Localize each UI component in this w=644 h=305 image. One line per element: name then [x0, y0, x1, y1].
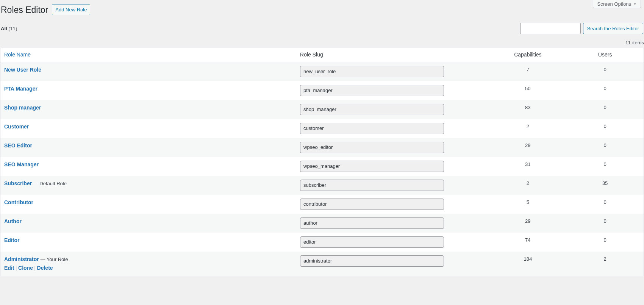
table-row: Subscriber — Default Role235	[0, 176, 644, 195]
search-button[interactable]: Search the Roles Editor	[583, 23, 643, 34]
role-users-cell: 0	[566, 100, 644, 119]
page-title: Roles Editor	[1, 5, 48, 15]
role-users-cell: 0	[566, 233, 644, 252]
role-name-link[interactable]: SEO Editor	[4, 142, 32, 149]
role-caps-cell: 184	[489, 252, 566, 276]
role-slug-cell	[296, 119, 489, 138]
role-name-cell: Customer	[0, 119, 296, 138]
col-role-slug: Role Slug	[296, 48, 489, 62]
role-slug-cell	[296, 100, 489, 119]
role-name-link[interactable]: PTA Manager	[4, 86, 38, 92]
table-row: New User Role70	[0, 62, 644, 81]
role-slug-cell	[296, 81, 489, 100]
role-users-cell: 0	[566, 195, 644, 214]
table-row: Shop manager830	[0, 100, 644, 119]
clone-link[interactable]: Clone	[18, 265, 33, 271]
role-name-link[interactable]: Subscriber	[4, 180, 32, 186]
role-slug-input[interactable]	[300, 142, 444, 153]
role-users-cell: 0	[566, 214, 644, 233]
role-slug-input[interactable]	[300, 217, 444, 229]
role-slug-cell	[296, 233, 489, 252]
role-caps-cell: 29	[489, 138, 566, 157]
role-users-cell: 0	[566, 138, 644, 157]
role-caps-cell: 2	[489, 119, 566, 138]
col-role-name[interactable]: Role Name	[0, 48, 296, 62]
role-users-cell: 2	[566, 252, 644, 276]
role-name-cell: SEO Editor	[0, 138, 296, 157]
role-name-link[interactable]: Contributor	[4, 199, 33, 205]
row-actions: Edit | Clone | Delete	[4, 263, 292, 272]
role-slug-input[interactable]	[300, 66, 444, 77]
table-row: Author290	[0, 214, 644, 233]
roles-table: Role Name Role Slug Capabilities Users N…	[0, 48, 644, 276]
role-slug-input[interactable]	[300, 104, 444, 115]
role-name-suffix: — Default Role	[32, 181, 67, 186]
role-slug-input[interactable]	[300, 255, 444, 267]
table-row: PTA Manager500	[0, 81, 644, 100]
role-caps-cell: 29	[489, 214, 566, 233]
role-name-link[interactable]: Author	[4, 218, 22, 224]
screen-options-label: Screen Options	[597, 1, 631, 7]
role-caps-cell: 5	[489, 195, 566, 214]
table-row: Editor740	[0, 233, 644, 252]
screen-options-toggle[interactable]: Screen Options ▼	[593, 0, 641, 8]
role-caps-cell: 7	[489, 62, 566, 81]
table-row: Customer20	[0, 119, 644, 138]
col-users: Users	[566, 48, 644, 62]
role-name-cell: Contributor	[0, 195, 296, 214]
role-name-link[interactable]: Editor	[4, 237, 19, 243]
role-caps-cell: 31	[489, 157, 566, 176]
role-slug-input[interactable]	[300, 161, 444, 172]
filter-all-count: (11)	[8, 26, 17, 31]
role-name-link[interactable]: Administrator	[4, 256, 39, 262]
role-slug-cell	[296, 176, 489, 195]
table-row: Contributor50	[0, 195, 644, 214]
role-name-cell: Administrator — Your RoleEdit | Clone | …	[0, 252, 296, 276]
role-name-link[interactable]: Shop manager	[4, 105, 41, 111]
role-name-suffix: — Your Role	[39, 257, 68, 262]
search-box: Search the Roles Editor	[520, 23, 643, 34]
table-row: SEO Manager310	[0, 157, 644, 176]
role-slug-input[interactable]	[300, 85, 444, 96]
role-name-link[interactable]: SEO Manager	[4, 161, 39, 167]
role-slug-cell	[296, 157, 489, 176]
role-name-cell: Shop manager	[0, 100, 296, 119]
table-row: Administrator — Your RoleEdit | Clone | …	[0, 252, 644, 276]
role-name-cell: Editor	[0, 233, 296, 252]
role-slug-cell	[296, 62, 489, 81]
role-slug-cell	[296, 214, 489, 233]
role-caps-cell: 83	[489, 100, 566, 119]
role-caps-cell: 74	[489, 233, 566, 252]
role-name-cell: Author	[0, 214, 296, 233]
role-name-link[interactable]: Customer	[4, 124, 29, 130]
col-capabilities: Capabilities	[489, 48, 566, 62]
filter-links: All (11)	[1, 26, 17, 31]
role-slug-input[interactable]	[300, 199, 444, 210]
role-name-link[interactable]: New User Role	[4, 67, 41, 73]
role-name-cell: PTA Manager	[0, 81, 296, 100]
role-users-cell: 0	[566, 119, 644, 138]
role-users-cell: 35	[566, 176, 644, 195]
role-name-cell: Subscriber — Default Role	[0, 176, 296, 195]
role-caps-cell: 50	[489, 81, 566, 100]
role-slug-input[interactable]	[300, 180, 444, 191]
role-slug-cell	[296, 138, 489, 157]
role-slug-input[interactable]	[300, 123, 444, 134]
role-users-cell: 0	[566, 81, 644, 100]
table-row: SEO Editor290	[0, 138, 644, 157]
filter-all-label[interactable]: All	[1, 26, 7, 31]
role-name-cell: New User Role	[0, 62, 296, 81]
role-slug-cell	[296, 195, 489, 214]
items-count: 11 items	[625, 40, 644, 45]
add-new-role-button[interactable]: Add New Role	[52, 5, 90, 15]
chevron-down-icon: ▼	[633, 2, 637, 6]
role-users-cell: 0	[566, 157, 644, 176]
role-slug-cell	[296, 252, 489, 276]
delete-link[interactable]: Delete	[37, 265, 53, 271]
role-users-cell: 0	[566, 62, 644, 81]
role-name-cell: SEO Manager	[0, 157, 296, 176]
role-caps-cell: 2	[489, 176, 566, 195]
search-input[interactable]	[520, 23, 581, 34]
role-slug-input[interactable]	[300, 236, 444, 248]
edit-link[interactable]: Edit	[4, 265, 14, 271]
